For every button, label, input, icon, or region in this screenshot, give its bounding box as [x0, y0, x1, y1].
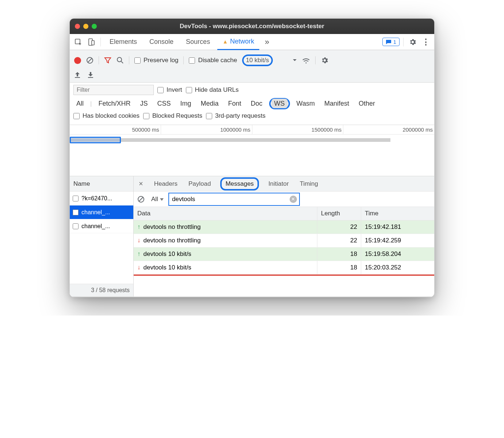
- tab-console[interactable]: Console: [144, 34, 179, 49]
- clear-messages-icon[interactable]: [137, 196, 145, 203]
- col-time[interactable]: Time: [361, 207, 434, 220]
- hide-data-urls-checkbox[interactable]: Hide data URLs: [186, 86, 239, 94]
- detail-tab-messages[interactable]: Messages: [225, 180, 253, 187]
- message-text: devtools no throttling: [144, 223, 201, 231]
- type-css[interactable]: CSS: [154, 99, 173, 109]
- message-row[interactable]: ↓devtools 10 kbit/s1815:20:03.252: [134, 261, 434, 275]
- message-length: 18: [317, 248, 361, 261]
- type-js[interactable]: JS: [137, 99, 150, 109]
- tab-network[interactable]: ▲ Network: [217, 34, 259, 50]
- type-all[interactable]: All: [73, 99, 87, 109]
- col-length[interactable]: Length: [317, 207, 361, 220]
- type-img[interactable]: Img: [177, 99, 194, 109]
- timeline-tick: 1000000 ms: [161, 125, 252, 134]
- messages-table: Data Length Time ↑devtools no throttling…: [134, 207, 434, 297]
- blocked-cookies-input[interactable]: [73, 113, 80, 119]
- window-zoom-button[interactable]: [92, 24, 97, 29]
- blocked-cookies-checkbox[interactable]: Has blocked cookies: [73, 112, 140, 120]
- window-minimize-button[interactable]: [83, 24, 88, 29]
- messages-search-wrap: ✕: [168, 193, 300, 206]
- arrow-up-icon: ↑: [137, 250, 141, 258]
- message-row[interactable]: ↑devtools 10 kbit/s1815:19:58.204: [134, 248, 434, 261]
- invert-label: Invert: [167, 86, 182, 94]
- type-other[interactable]: Other: [356, 99, 378, 109]
- disable-cache-checkbox[interactable]: Disable cache: [189, 57, 237, 64]
- blocked-requests-input[interactable]: [143, 113, 149, 119]
- filter-input[interactable]: [73, 85, 154, 95]
- download-har-icon[interactable]: [87, 71, 94, 79]
- svg-rect-8: [75, 77, 80, 78]
- request-row-checkbox[interactable]: [73, 196, 79, 201]
- message-row[interactable]: ↑devtools no throttling2215:19:42.181: [134, 220, 434, 234]
- disable-cache-label: Disable cache: [198, 57, 237, 64]
- divider: |: [90, 100, 92, 107]
- preserve-log-checkbox[interactable]: Preserve log: [134, 57, 178, 64]
- detail-tab-headers[interactable]: Headers: [153, 177, 179, 190]
- request-row-checkbox[interactable]: [73, 223, 79, 229]
- messages-direction-select[interactable]: All: [148, 194, 165, 204]
- filter-icon[interactable]: [104, 57, 111, 64]
- timeline-selection[interactable]: [70, 137, 121, 143]
- divider: [183, 56, 184, 64]
- record-button[interactable]: [74, 57, 81, 64]
- request-list-footer: 3 / 58 requests: [70, 284, 133, 297]
- upload-har-icon[interactable]: [74, 71, 81, 79]
- message-row[interactable]: ↓devtools no throttling2215:19:42.259: [134, 234, 434, 248]
- message-time: 15:19:42.259: [361, 234, 434, 247]
- inspect-element-icon[interactable]: [73, 37, 84, 48]
- message-time: 15:19:42.181: [361, 220, 434, 234]
- detail-tab-timing[interactable]: Timing: [298, 177, 320, 190]
- messages-direction-label: All: [151, 196, 158, 203]
- request-list-header[interactable]: Name: [70, 176, 133, 192]
- message-text: devtools 10 kbit/s: [144, 264, 191, 271]
- blocked-requests-checkbox[interactable]: Blocked Requests: [143, 112, 202, 120]
- close-detail-icon[interactable]: ×: [137, 180, 145, 188]
- type-media[interactable]: Media: [198, 99, 222, 109]
- svg-line-11: [139, 197, 143, 201]
- preserve-log-input[interactable]: [134, 57, 141, 64]
- message-text: devtools 10 kbit/s: [144, 250, 191, 258]
- detail-tab-payload[interactable]: Payload: [187, 177, 212, 190]
- arrow-up-icon: ↑: [137, 223, 141, 231]
- settings-icon[interactable]: [407, 37, 418, 48]
- third-party-input[interactable]: [206, 113, 212, 119]
- type-fetchxhr[interactable]: Fetch/XHR: [95, 99, 133, 109]
- kebab-menu-icon[interactable]: ⋮: [420, 37, 431, 48]
- titlebar: DevTools - www.piesocket.com/websocket-t…: [70, 19, 434, 34]
- disable-cache-input[interactable]: [189, 57, 195, 64]
- invert-checkbox[interactable]: Invert: [157, 86, 182, 94]
- tab-sources[interactable]: Sources: [181, 34, 215, 49]
- detail-tab-initiator[interactable]: Initiator: [267, 177, 290, 190]
- svg-rect-9: [88, 77, 93, 78]
- col-data[interactable]: Data: [134, 207, 317, 220]
- type-ws[interactable]: WS: [271, 99, 288, 108]
- network-settings-icon[interactable]: [321, 56, 329, 64]
- blocked-requests-label: Blocked Requests: [152, 112, 202, 120]
- type-manifest[interactable]: Manifest: [321, 99, 352, 109]
- device-toolbar-icon[interactable]: [86, 37, 97, 48]
- clear-search-icon[interactable]: ✕: [290, 196, 297, 203]
- network-toolbar: Preserve log Disable cache 10 kbit/s: [70, 50, 434, 83]
- third-party-checkbox[interactable]: 3rd-party requests: [206, 112, 266, 120]
- throttling-preset-select[interactable]: 10 kbit/s: [242, 54, 272, 66]
- more-tabs-icon[interactable]: »: [261, 37, 272, 48]
- request-row[interactable]: channel_...: [70, 219, 133, 233]
- window-close-button[interactable]: [75, 24, 80, 29]
- invert-input[interactable]: [157, 87, 164, 93]
- hide-data-urls-input[interactable]: [186, 87, 192, 93]
- request-row[interactable]: ?k=62470...: [70, 192, 133, 205]
- network-conditions-icon[interactable]: [302, 57, 310, 64]
- messages-search-input[interactable]: [171, 194, 287, 204]
- tab-elements[interactable]: Elements: [104, 34, 142, 49]
- type-font[interactable]: Font: [225, 99, 244, 109]
- type-wasm[interactable]: Wasm: [294, 99, 318, 109]
- type-doc[interactable]: Doc: [248, 99, 266, 109]
- issues-button[interactable]: 1: [382, 38, 400, 46]
- search-icon[interactable]: [117, 57, 124, 64]
- clear-icon[interactable]: [86, 57, 93, 64]
- throttling-dropdown-icon[interactable]: [293, 59, 297, 62]
- third-party-label: 3rd-party requests: [215, 112, 266, 120]
- request-row[interactable]: channel_...: [70, 205, 133, 219]
- request-row-checkbox[interactable]: [73, 209, 79, 215]
- timeline-overview[interactable]: 500000 ms 1000000 ms 1500000 ms 2000000 …: [70, 125, 434, 176]
